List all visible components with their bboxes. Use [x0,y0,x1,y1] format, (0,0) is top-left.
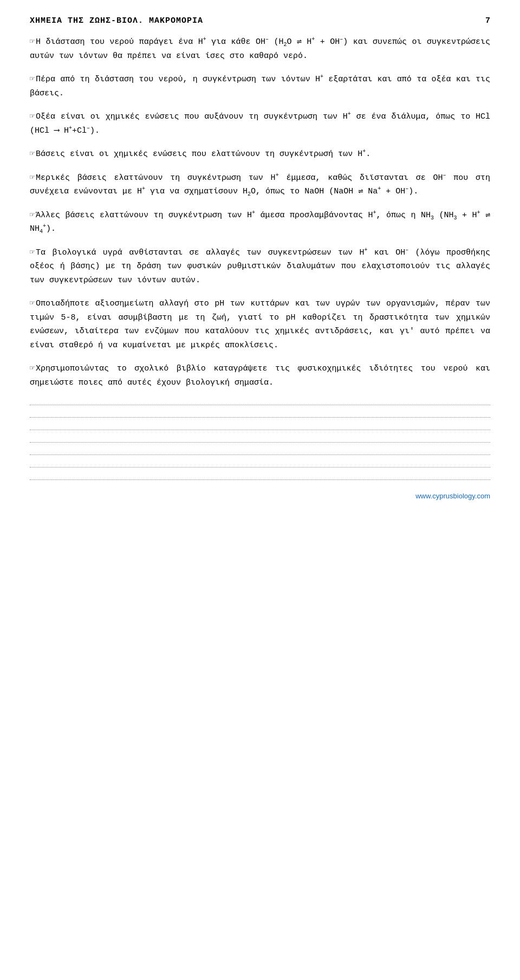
marker-2: ☞ [30,75,35,84]
paragraph-1: ☞Η διάσταση του νερού παράγει ένα Η+ για… [30,35,490,63]
paragraph-5: ☞Μερικές βάσεις ελαττώνουν τη συγκέντρωσ… [30,171,490,199]
marker-9: ☞ [30,364,35,373]
header-title: ΧΗΜΕΙΑ ΤΗΣ ΖΩΗΣ-ΒΙΟΛ. ΜΑΚΡΟΜΟΡΙΑ [30,16,203,25]
dotted-line-1 [30,405,490,405]
marker-1: ☞ [30,37,35,47]
dotted-line-5 [30,455,490,455]
dotted-line-4 [30,442,490,443]
dotted-line-2 [30,417,490,418]
marker-3: ☞ [30,112,35,121]
dotted-line-7 [30,479,490,480]
dotted-line-6 [30,467,490,468]
paragraph-9: ☞Χρησιμοποιώντας το σχολικό βιβλίο καταγ… [30,362,490,390]
main-content: ☞Η διάσταση του νερού παράγει ένα Η+ για… [30,35,490,480]
marker-8: ☞ [30,299,35,308]
marker-5: ☞ [30,173,35,183]
paragraph-6: ☞Άλλες βάσεις ελαττώνουν τη συγκέντρωση … [30,209,490,236]
marker-7: ☞ [30,248,35,257]
footer-url[interactable]: www.cyprusbiology.com [415,492,490,500]
marker-6: ☞ [30,211,35,220]
paragraph-2: ☞Πέρα από τη διάσταση του νερού, η συγκέ… [30,73,490,100]
dotted-line-3 [30,430,490,430]
paragraph-3: ☞Οξέα είναι οι χημικές ενώσεις που αυξάν… [30,110,490,138]
paragraph-4: ☞Βάσεις είναι οι χημικές ενώσεις που ελα… [30,147,490,161]
header-page: 7 [485,16,490,25]
marker-4: ☞ [30,150,35,159]
paragraph-7: ☞Τα βιολογικά υγρά ανθίστανται σε αλλαγέ… [30,246,490,288]
dotted-lines-section [30,405,490,480]
paragraph-8: ☞Οποιαδήποτε αξιοσημείωτη αλλαγή στο pH … [30,297,490,352]
page-header: ΧΗΜΕΙΑ ΤΗΣ ΖΩΗΣ-ΒΙΟΛ. ΜΑΚΡΟΜΟΡΙΑ 7 [30,16,490,25]
